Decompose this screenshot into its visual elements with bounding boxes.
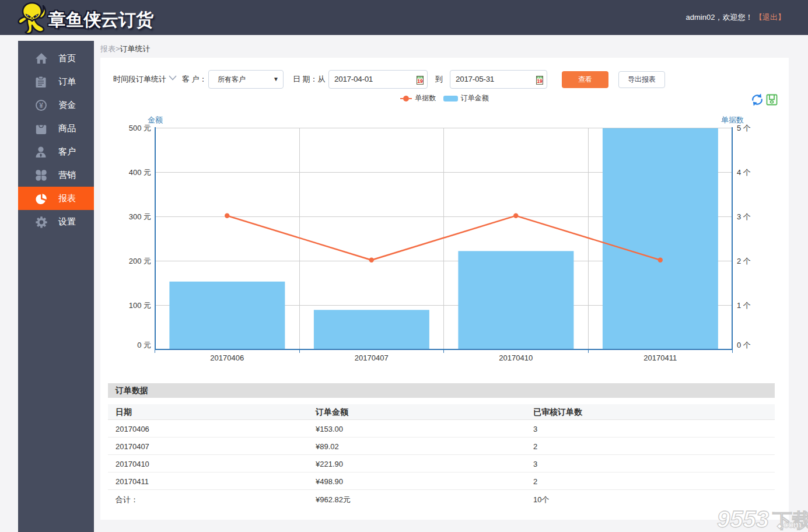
svg-text:20170411: 20170411: [643, 354, 677, 362]
svg-text:2 个: 2 个: [737, 257, 751, 265]
svg-text:19: 19: [417, 78, 423, 84]
svg-text:200 元: 200 元: [129, 257, 151, 265]
svg-text:5 个: 5 个: [737, 124, 751, 132]
svg-text:20170407: 20170407: [355, 354, 389, 362]
svg-text:3 个: 3 个: [737, 212, 751, 221]
svg-text:4 个: 4 个: [737, 168, 751, 177]
svg-text:1 个: 1 个: [737, 301, 751, 310]
svg-text:400 元: 400 元: [129, 168, 151, 177]
svg-text:300 元: 300 元: [129, 212, 151, 221]
svg-text:20170410: 20170410: [499, 354, 533, 362]
svg-text:500 元: 500 元: [129, 124, 151, 132]
svg-text:0 个: 0 个: [737, 341, 751, 349]
svg-text:100 元: 100 元: [129, 301, 151, 310]
svg-text:单据数: 单据数: [721, 116, 744, 124]
svg-text:¥: ¥: [39, 102, 43, 110]
svg-text:金额: 金额: [148, 116, 163, 124]
svg-text:19: 19: [537, 78, 543, 84]
svg-text:20170406: 20170406: [210, 354, 244, 362]
svg-text:0 元: 0 元: [137, 341, 151, 349]
